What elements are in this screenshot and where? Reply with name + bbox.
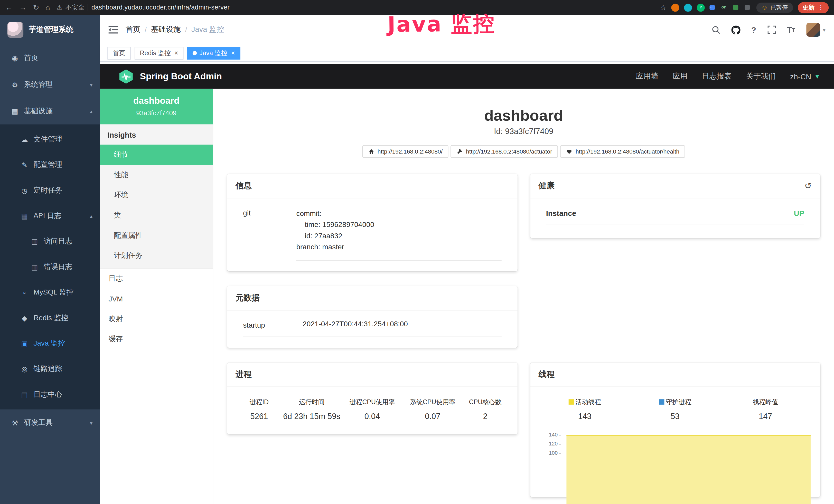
sidebar-item-file-mgmt[interactable]: ☁ 文件管理 [0,127,100,152]
sidebar-item-system[interactable]: ⚙ 系统管理 ▾ [0,71,100,98]
daemon-threads-swatch [659,399,664,405]
update-button[interactable]: 更新 ⋮ [797,2,829,13]
sidebar-item-api-logs[interactable]: ▦ API 日志 ▴ [0,203,100,229]
info-card-header: 信息 [227,174,517,198]
extension-on-badge[interactable]: on [721,5,727,10]
history-icon[interactable]: ↺ [805,181,812,191]
live-threads-swatch [568,399,574,405]
sba-menu-performance[interactable]: 性能 [100,165,213,185]
sba-brand[interactable]: Spring Boot Admin [118,68,222,84]
font-size-icon[interactable]: TT [787,25,795,34]
extension-icon-leaf[interactable] [733,5,739,10]
bookmark-star-icon[interactable]: ☆ [660,3,666,12]
tags-view: 首页 Redis 监控 × Java 监控 × [100,45,834,62]
locale-select[interactable]: zh-CN ▼ [790,72,820,81]
back-icon[interactable]: ← [5,3,13,12]
live-threads-area [566,435,811,504]
sidebar-item-java-monitor[interactable]: ▣ Java 监控 [0,331,100,356]
document-icon: ▦ [20,212,29,220]
extension-icon-green[interactable]: Y [697,3,705,11]
search-icon[interactable] [711,25,720,34]
chevron-down-icon: ▼ [814,73,820,79]
sidebar-item-redis-monitor[interactable]: ◆ Redis 监控 [0,305,100,331]
sidebar-item-error-logs[interactable]: ▥ 错误日志 [0,254,100,280]
forward-icon[interactable]: → [19,3,27,12]
sba-nav-wall[interactable]: 应用墙 [636,72,658,81]
sba-menu-scheduled-tasks[interactable]: 计划任务 [100,246,213,266]
tab-java-monitor[interactable]: Java 监控 × [187,47,240,60]
eye-icon: ◎ [20,365,29,373]
kebab-menu-icon[interactable]: ⋮ [818,4,824,11]
sidebar-item-dev-tools[interactable]: ⚒ 研发工具 ▾ [0,410,100,436]
metadata-card-header: 元数据 [227,286,517,311]
sidebar-toggle-icon[interactable] [108,25,118,34]
sidebar-item-mysql-monitor[interactable]: ▫ MySQL 监控 [0,280,100,305]
url-text: dashboard.yudao.iocoder.cn/infra/admin-s… [91,4,229,11]
sba-menu-caches[interactable]: 缓存 [100,329,213,349]
sidebar-item-tracing[interactable]: ◎ 链路追踪 [0,356,100,382]
status-badge: UP [794,209,804,217]
database-icon: ◆ [20,314,29,322]
threads-chart: 140 120 100 [544,433,812,497]
extension-icon-orange[interactable] [672,3,679,11]
close-icon[interactable]: × [174,50,178,56]
page-title: dashboard [213,107,834,124]
cards-grid: 信息 git commit: time: 1596289704000 id: 2 [213,158,834,497]
reload-icon[interactable]: ↻ [33,3,39,12]
sba-nav-about[interactable]: 关于我们 [746,72,776,81]
metadata-card: 元数据 startup 2021-04-27T00:44:31.254+08:0… [227,286,517,348]
close-icon[interactable]: × [231,50,235,56]
process-col-system-cpu: 系统CPU使用率 0.07 [402,398,463,420]
avatar [806,23,820,37]
sidebar-item-scheduled-jobs[interactable]: ◷ 定时任务 [0,178,100,203]
sba-menu-classes[interactable]: 类 [100,205,213,225]
sidebar-item-access-logs[interactable]: ▥ 访问日志 [0,229,100,254]
breadcrumb-home[interactable]: 首页 [126,25,140,35]
sidebar-item-infra[interactable]: ▤ 基础设施 ▴ [0,98,100,124]
tab-redis-monitor[interactable]: Redis 监控 × [135,47,184,60]
breadcrumb-infra[interactable]: 基础设施 [151,25,181,35]
sba-nav-applications[interactable]: 应用 [673,72,687,81]
instance-block[interactable]: dashboard 93a3fc7f7409 [100,89,213,124]
breadcrumb: 首页 / 基础设施 / Java 监控 [126,25,224,35]
extensions-puzzle-icon[interactable] [745,5,750,10]
user-menu[interactable]: ▾ [806,23,826,37]
sba-menu-logs[interactable]: 日志 [100,269,213,289]
security-warning-icon: ⚠ [57,4,62,11]
actuator-url-link[interactable]: http://192.168.0.2:48080/actuator [451,145,558,158]
home-icon[interactable]: ⌂ [46,3,50,12]
chevron-down-icon: ▾ [90,420,92,426]
health-url-link[interactable]: http://192.168.0.2:48080/actuator/health [560,145,685,158]
top-header: 首页 / 基础设施 / Java 监控 ? [100,15,834,45]
insights-group: Insights 细节 性能 环境 类 配置属性 计划任务 [100,124,213,269]
legend-live-threads: 活动线程 143 [540,398,630,420]
sba-sidebar: dashboard 93a3fc7f7409 Insights 细节 性能 环境… [100,89,213,504]
service-url-link[interactable]: http://192.168.0.2:48080/ [362,145,448,158]
breadcrumb-current: Java 监控 [191,25,224,35]
document-icon: ▥ [30,237,39,246]
sidebar-item-log-center[interactable]: ▤ 日志中心 [0,382,100,407]
sidebar-item-config-mgmt[interactable]: ✎ 配置管理 [0,152,100,177]
fullscreen-icon[interactable] [767,25,776,34]
sba-nav-journal[interactable]: 日志报表 [702,72,731,81]
sidebar-item-home[interactable]: ◉ 首页 [0,45,100,71]
chrome-toolbar-right: ☆ Y ∷ on ☺ 已暂停 更新 ⋮ [660,2,829,13]
info-card: 信息 git commit: time: 1596289704000 id: 2 [227,174,517,271]
github-icon[interactable] [731,25,740,34]
sba-menu-environment[interactable]: 环境 [100,185,213,205]
sba-menu-mappings[interactable]: 映射 [100,309,213,329]
health-row-instance[interactable]: Instance UP [546,202,804,224]
sba-menu-jvm[interactable]: JVM [100,289,213,309]
app-logo[interactable]: 芋道管理系统 [0,15,100,45]
paused-badge[interactable]: ☺ 已暂停 [756,2,793,12]
browser-chrome: ← → ↻ ⌂ ⚠ 不安全 dashboard.yudao.iocoder.cn… [0,0,834,15]
tools-icon: ⚒ [10,419,19,427]
chevron-down-icon: ▾ [90,82,92,88]
sba-menu-config-props[interactable]: 配置属性 [100,225,213,246]
extension-icon-blue-grid[interactable]: ∷ [710,5,715,10]
extension-icon-teal[interactable] [684,3,692,11]
tab-home[interactable]: 首页 [107,47,131,60]
help-icon[interactable]: ? [751,25,756,34]
sba-menu-details[interactable]: 细节 [100,144,213,165]
address-bar[interactable]: ⚠ 不安全 dashboard.yudao.iocoder.cn/infra/a… [57,3,229,12]
